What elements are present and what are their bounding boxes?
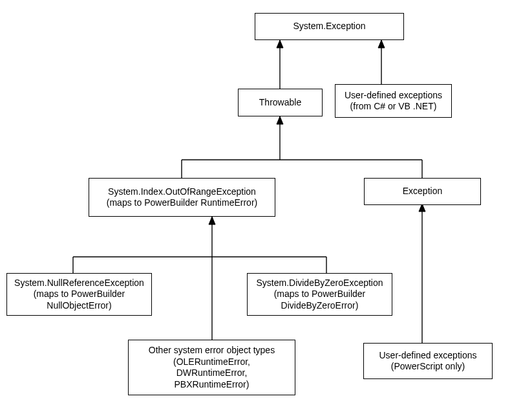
node-throwable: Throwable <box>238 89 323 116</box>
node-label: System.Exception <box>293 21 365 32</box>
node-label: System.Index.OutOfRangeException(maps to… <box>107 186 257 209</box>
node-label: User-defined exceptions(PowerScript only… <box>379 350 477 373</box>
node-exception: Exception <box>364 178 481 205</box>
node-divide-by-zero: System.DivideByZeroException(maps to Pow… <box>247 273 392 316</box>
node-label: System.NullReferenceException(maps to Po… <box>14 278 144 312</box>
node-label: Throwable <box>259 97 301 109</box>
node-label: User-defined exceptions(from C# or VB .N… <box>345 90 442 113</box>
diagram-canvas: System.Exception Throwable User-defined … <box>0 0 532 416</box>
svg-marker-3 <box>378 40 385 48</box>
node-label: Other system error object types(OLERunti… <box>149 345 275 390</box>
svg-marker-1 <box>277 40 283 48</box>
node-label: System.DivideByZeroException(maps to Pow… <box>256 278 383 312</box>
node-label: Exception <box>403 186 442 197</box>
node-null-reference: System.NullReferenceException(maps to Po… <box>6 273 152 316</box>
svg-marker-10 <box>209 217 215 224</box>
node-user-defined-powerscript: User-defined exceptions(PowerScript only… <box>363 343 493 379</box>
svg-marker-5 <box>277 116 283 124</box>
node-system-exception: System.Exception <box>255 13 404 40</box>
node-user-defined-dotnet: User-defined exceptions(from C# or VB .N… <box>335 84 452 118</box>
node-out-of-range: System.Index.OutOfRangeException(maps to… <box>89 178 275 217</box>
node-other-types: Other system error object types(OLERunti… <box>128 340 295 395</box>
